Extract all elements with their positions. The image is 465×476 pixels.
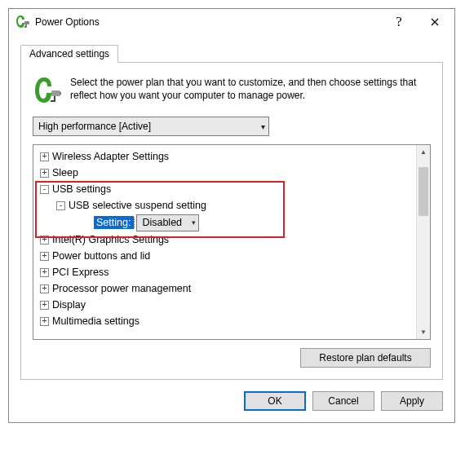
power-options-icon (16, 15, 30, 29)
tab-advanced-settings[interactable]: Advanced settings (20, 45, 118, 63)
client-area: Advanced settings Select the power plan … (9, 35, 454, 391)
expand-icon[interactable]: + (40, 152, 49, 161)
settings-tree-container: + Wireless Adapter Settings + Sleep - US… (33, 144, 431, 340)
scroll-track[interactable] (417, 159, 430, 325)
tab-row: Advanced settings (20, 43, 443, 63)
tree-item-label: Wireless Adapter Settings (52, 151, 169, 162)
power-options-window: Power Options ? Advanced settings Select… (8, 8, 455, 423)
help-button[interactable]: ? (381, 11, 417, 33)
apply-button[interactable]: Apply (381, 391, 443, 411)
tab-pane: Select the power plan that you want to c… (20, 63, 443, 380)
power-plan-select[interactable]: High performance [Active] ▾ (33, 117, 269, 136)
tree-item-label: Display (52, 299, 86, 311)
window-title: Power Options (35, 16, 381, 28)
collapse-icon[interactable]: - (56, 201, 65, 210)
svg-rect-2 (60, 92, 61, 95)
setting-value-select[interactable]: Disabled ▾ (136, 214, 199, 231)
scroll-thumb[interactable] (418, 167, 428, 216)
power-plan-selected: High performance [Active] (38, 121, 151, 132)
expand-icon[interactable]: + (40, 252, 49, 261)
intro-text: Select the power plan that you want to c… (70, 76, 431, 105)
settings-tree[interactable]: + Wireless Adapter Settings + Sleep - US… (33, 145, 416, 339)
tree-setting-row: Setting: Disabled ▾ (94, 214, 416, 231)
tree-item-usb-settings[interactable]: - USB settings (37, 181, 416, 197)
restore-defaults-button[interactable]: Restore plan defaults (300, 348, 431, 368)
dialog-buttons: OK Cancel Apply (9, 391, 454, 422)
tree-item[interactable]: + Display (37, 297, 416, 313)
tree-item[interactable]: + Multimedia settings (37, 313, 416, 329)
collapse-icon[interactable]: - (40, 185, 49, 194)
chevron-down-icon: ▾ (261, 122, 265, 131)
cancel-button[interactable]: Cancel (312, 391, 374, 411)
titlebar: Power Options ? (9, 9, 454, 35)
expand-icon[interactable]: + (40, 268, 49, 277)
tree-item-label: USB selective suspend setting (69, 200, 206, 211)
tree-item[interactable]: + Intel(R) Graphics Settings (37, 231, 416, 248)
close-icon (431, 18, 439, 26)
tree-item-label: Sleep (52, 167, 78, 178)
expand-icon[interactable]: + (40, 284, 49, 293)
tree-item[interactable]: + Processor power management (37, 280, 416, 297)
ok-button[interactable]: OK (244, 391, 306, 411)
tree-item[interactable]: + Wireless Adapter Settings (37, 148, 416, 165)
expand-icon[interactable]: + (40, 301, 49, 310)
expand-icon[interactable]: + (40, 236, 49, 245)
tree-item-label: Intel(R) Graphics Settings (52, 234, 169, 245)
tree-item[interactable]: + Power buttons and lid (37, 248, 416, 264)
intro-row: Select the power plan that you want to c… (33, 76, 431, 105)
tree-item[interactable]: + Sleep (37, 165, 416, 181)
expand-icon[interactable]: + (40, 169, 49, 178)
tree-item-usb-selective-suspend[interactable]: - USB selective suspend setting (37, 197, 416, 214)
tree-item-label: PCI Express (52, 267, 108, 278)
setting-value: Disabled (142, 217, 182, 228)
chevron-down-icon: ▾ (192, 218, 196, 227)
tree-item-label: Multimedia settings (52, 315, 140, 327)
tree-item-label: Processor power management (52, 283, 191, 294)
scroll-up-button[interactable]: ▲ (417, 145, 430, 159)
tree-item-label: USB settings (52, 183, 111, 195)
setting-label: Setting: (94, 216, 135, 229)
tree-item[interactable]: + PCI Express (37, 264, 416, 280)
close-button[interactable] (417, 11, 453, 33)
vertical-scrollbar[interactable]: ▲ ▼ (416, 145, 430, 339)
svg-rect-0 (24, 21, 29, 24)
expand-icon[interactable]: + (40, 317, 49, 326)
power-plan-icon (33, 76, 62, 105)
restore-row: Restore plan defaults (33, 348, 431, 368)
scroll-down-button[interactable]: ▼ (417, 325, 430, 339)
svg-rect-1 (51, 90, 60, 96)
tree-item-label: Power buttons and lid (52, 250, 150, 262)
